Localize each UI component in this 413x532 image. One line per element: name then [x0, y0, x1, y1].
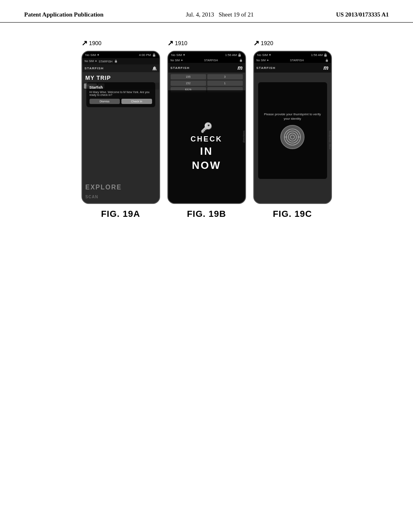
fig19c-ref-number: 1920	[261, 40, 273, 46]
status-left-19c: No SIM ✦	[257, 53, 272, 57]
figure-19c-block: ↗ 1920 No SIM ✦ 1:56 AM 🔒 No SIM ✦ STARF…	[253, 39, 332, 219]
phone-19a-status: No SIM ✦ 4:00 PM 🔒	[82, 52, 159, 58]
19c-brand-bar: STARFISH m	[254, 63, 331, 73]
sheet-label: Sheet 19 of 21	[219, 11, 254, 18]
info-cell-1: 155	[171, 74, 206, 79]
phone-19a: No SIM ✦ 4:00 PM 🔒 No SIM ✦ STARFISH 🔒 S…	[81, 51, 160, 204]
19b-brand: STARFISH	[171, 66, 190, 70]
modal-body-19a: Hi Mary Wise. Welcome to M New York. Are…	[90, 91, 152, 96]
fig19c-label-row: ↗ 1920	[253, 39, 332, 48]
fig19a-label: FIG. 19A	[101, 209, 140, 219]
phone-19c: No SIM ✦ 1:56 AM 🔒 No SIM ✦ STARFISH 🔒 S…	[253, 51, 332, 204]
info-cell-4: 1	[207, 81, 243, 86]
fig19b-label-row: ↗ 1910	[167, 39, 246, 48]
fingerprint-text: Please provide your thumbprint to verify…	[262, 112, 323, 121]
19a-top-bar: No SIM ✦ STARFISH 🔒	[82, 58, 159, 64]
checkin-overlay: 🔑 CHECK IN NOW	[168, 90, 245, 203]
status-right-19a: 4:00 PM 🔒	[139, 53, 156, 57]
fingerprint-icon	[280, 125, 305, 149]
figures-row: ↗ 1900 No SIM ✦ 4:00 PM 🔒 No SIM ✦ STARF…	[16, 39, 397, 219]
info-cell-3: 152	[171, 81, 206, 86]
check-text: CHECK	[190, 135, 222, 143]
19a-header: STARFISH 🔔	[82, 64, 159, 72]
publication-title: Patent Application Publication	[24, 11, 104, 18]
19c-brand: STARFISH	[257, 66, 275, 70]
19b-logo: m	[238, 64, 242, 71]
fig19b-label: FIG. 19B	[187, 209, 226, 219]
fingerprint-overlay: Please provide your thumbprint to verify…	[258, 82, 327, 179]
19a-modal: Starfish Hi Mary Wise. Welcome to M New …	[86, 82, 155, 107]
fig19c-label: FIG. 19C	[273, 209, 312, 219]
scan-label: SCAN	[86, 195, 98, 199]
19b-brand-bar: STARFISH m	[168, 63, 245, 73]
patent-number: US 2013/0173335 A1	[336, 11, 389, 18]
sheet-info: Jul. 4, 2013 Sheet 19 of 21	[186, 11, 254, 18]
19c-directions: map directions	[328, 131, 331, 149]
phone-19b: No SIM ✦ 1:56 AM 🔒 No SIM ✦ STARFISH 🔒 S…	[167, 51, 246, 204]
info-cell-2: 3	[207, 74, 243, 79]
svg-point-2	[288, 133, 296, 141]
in-text: IN	[200, 145, 213, 158]
main-content: ↗ 1900 No SIM ✦ 4:00 PM 🔒 No SIM ✦ STARF…	[0, 23, 413, 227]
fig19b-ref-number: 1910	[175, 40, 188, 46]
phone-19c-status: No SIM ✦ 1:56 AM 🔒	[254, 52, 331, 58]
modal-buttons-19a: Dismiss Check In	[90, 99, 152, 104]
fig19a-ref-number: 1900	[89, 40, 102, 46]
19b-status: No SIM ✦ STARFISH 🔒	[168, 58, 245, 63]
modal-title-19a: Starfish	[90, 85, 152, 89]
19a-title: MY TRIP	[82, 72, 159, 83]
fig19c-arrow: ↗	[253, 39, 259, 48]
status-left-19b: No SIM ✦	[171, 53, 186, 57]
screen-19a: No SIM ✦ STARFISH 🔒 STARFISH 🔔 MY TRIP T…	[82, 58, 159, 203]
status-left-19a: No SIM ✦	[86, 53, 100, 57]
19a-icons: 🔔	[152, 66, 157, 71]
19c-status-bar: No SIM ✦ STARFISH 🔒	[254, 58, 331, 63]
fig19a-arrow: ↗	[81, 39, 88, 48]
screen-19b: No SIM ✦ STARFISH 🔒 STARFISH m 155 3 152…	[168, 58, 245, 203]
phone-19b-status: No SIM ✦ 1:56 AM 🔒	[168, 52, 245, 58]
dismiss-button[interactable]: Dismiss	[90, 99, 120, 104]
status-right-19c: 1:56 AM 🔒	[311, 53, 328, 57]
status-right-19b: 1:56 AM 🔒	[225, 53, 242, 57]
fig19c-ref: ↗ 1920	[253, 39, 273, 48]
19b-directions: directions	[242, 131, 245, 143]
screen-19c: No SIM ✦ STARFISH 🔒 STARFISH m Please pr…	[254, 58, 331, 203]
19a-brand: STARFISH	[85, 66, 104, 70]
figure-19b-block: ↗ 1910 No SIM ✦ 1:56 AM 🔒 No SIM ✦ STARF…	[167, 39, 246, 219]
figure-19a-block: ↗ 1900 No SIM ✦ 4:00 PM 🔒 No SIM ✦ STARF…	[81, 39, 160, 219]
svg-point-3	[290, 135, 294, 139]
fig19a-label-row: ↗ 1900	[81, 39, 160, 48]
now-text: NOW	[192, 159, 221, 172]
explore-label: EXPLORE	[86, 184, 122, 191]
key-icon: 🔑	[200, 122, 213, 133]
fig19a-ref: ↗ 1900	[81, 39, 102, 48]
19c-logo: m	[323, 64, 328, 71]
date-label: Jul. 4, 2013	[186, 11, 214, 18]
checkin-button[interactable]: Check In	[121, 99, 152, 104]
fig19b-ref: ↗ 1910	[167, 39, 188, 48]
fig19b-arrow: ↗	[167, 39, 173, 48]
page-header: Patent Application Publication Jul. 4, 2…	[0, 0, 413, 23]
